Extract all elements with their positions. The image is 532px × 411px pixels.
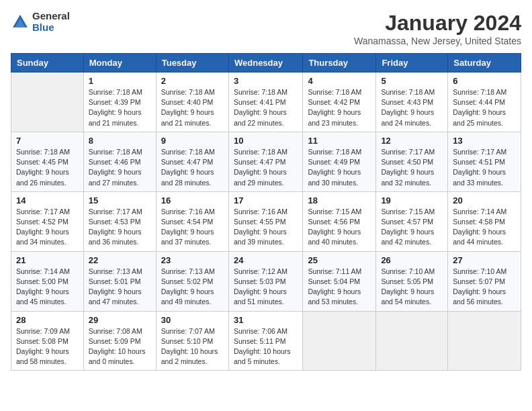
weekday-header-sunday: Sunday — [11, 54, 84, 73]
page-header: General Blue January 2024 Wanamassa, New… — [11, 11, 521, 46]
day-info: Sunrise: 7:18 AM Sunset: 4:46 PM Dayligh… — [89, 147, 151, 188]
calendar-cell: 27Sunrise: 7:10 AM Sunset: 5:07 PM Dayli… — [448, 251, 521, 311]
calendar-cell: 2Sunrise: 7:18 AM Sunset: 4:40 PM Daylig… — [156, 73, 228, 132]
calendar-cell: 6Sunrise: 7:18 AM Sunset: 4:44 PM Daylig… — [448, 73, 521, 132]
calendar-cell: 17Sunrise: 7:16 AM Sunset: 4:55 PM Dayli… — [228, 191, 302, 251]
day-info: Sunrise: 7:08 AM Sunset: 5:09 PM Dayligh… — [89, 326, 151, 367]
calendar-cell: 20Sunrise: 7:14 AM Sunset: 4:58 PM Dayli… — [448, 191, 521, 251]
weekday-header-friday: Friday — [376, 54, 448, 73]
calendar-cell: 11Sunrise: 7:18 AM Sunset: 4:49 PM Dayli… — [303, 132, 376, 191]
calendar-cell — [376, 311, 448, 371]
day-info: Sunrise: 7:06 AM Sunset: 5:11 PM Dayligh… — [234, 326, 298, 367]
day-number: 2 — [161, 76, 224, 86]
day-number: 3 — [234, 76, 298, 86]
day-info: Sunrise: 7:18 AM Sunset: 4:41 PM Dayligh… — [234, 87, 298, 128]
logo-text: General Blue — [32, 11, 70, 33]
day-info: Sunrise: 7:16 AM Sunset: 4:54 PM Dayligh… — [161, 207, 224, 248]
logo-blue-text: Blue — [32, 22, 70, 34]
title-block: January 2024 Wanamassa, New Jersey, Unit… — [354, 11, 521, 46]
day-number: 4 — [308, 76, 371, 86]
day-info: Sunrise: 7:12 AM Sunset: 5:03 PM Dayligh… — [234, 267, 298, 308]
day-info: Sunrise: 7:15 AM Sunset: 4:57 PM Dayligh… — [381, 207, 443, 248]
day-info: Sunrise: 7:14 AM Sunset: 4:58 PM Dayligh… — [453, 207, 516, 248]
day-number: 12 — [381, 136, 443, 146]
day-number: 6 — [453, 76, 516, 86]
calendar-cell: 14Sunrise: 7:17 AM Sunset: 4:52 PM Dayli… — [11, 191, 84, 251]
weekday-header-monday: Monday — [83, 54, 156, 73]
day-info: Sunrise: 7:15 AM Sunset: 4:56 PM Dayligh… — [308, 207, 371, 248]
day-info: Sunrise: 7:18 AM Sunset: 4:47 PM Dayligh… — [234, 147, 298, 188]
calendar-cell: 4Sunrise: 7:18 AM Sunset: 4:42 PM Daylig… — [303, 73, 376, 132]
day-number: 15 — [89, 195, 151, 205]
calendar-cell: 22Sunrise: 7:13 AM Sunset: 5:01 PM Dayli… — [83, 251, 156, 311]
calendar-cell: 9Sunrise: 7:18 AM Sunset: 4:47 PM Daylig… — [156, 132, 228, 191]
day-number: 9 — [161, 136, 224, 146]
weekday-header-saturday: Saturday — [448, 54, 521, 73]
day-info: Sunrise: 7:09 AM Sunset: 5:08 PM Dayligh… — [16, 326, 79, 367]
logo-icon — [11, 13, 30, 32]
day-info: Sunrise: 7:18 AM Sunset: 4:42 PM Dayligh… — [308, 87, 371, 128]
calendar-cell: 29Sunrise: 7:08 AM Sunset: 5:09 PM Dayli… — [83, 311, 156, 371]
logo-general-text: General — [32, 11, 70, 22]
day-number: 31 — [234, 315, 298, 325]
weekday-header-wednesday: Wednesday — [228, 54, 302, 73]
day-info: Sunrise: 7:18 AM Sunset: 4:47 PM Dayligh… — [161, 147, 224, 188]
day-number: 10 — [234, 136, 298, 146]
calendar-body: 1Sunrise: 7:18 AM Sunset: 4:39 PM Daylig… — [11, 73, 521, 371]
day-number: 30 — [161, 315, 224, 325]
day-info: Sunrise: 7:17 AM Sunset: 4:53 PM Dayligh… — [89, 207, 151, 248]
day-info: Sunrise: 7:17 AM Sunset: 4:52 PM Dayligh… — [16, 207, 79, 248]
calendar-cell — [448, 311, 521, 371]
day-number: 18 — [308, 195, 371, 205]
day-info: Sunrise: 7:14 AM Sunset: 5:00 PM Dayligh… — [16, 267, 79, 308]
day-info: Sunrise: 7:18 AM Sunset: 4:44 PM Dayligh… — [453, 87, 516, 128]
day-number: 27 — [453, 255, 516, 265]
day-info: Sunrise: 7:07 AM Sunset: 5:10 PM Dayligh… — [161, 326, 224, 367]
day-number: 28 — [16, 315, 79, 325]
day-info: Sunrise: 7:10 AM Sunset: 5:05 PM Dayligh… — [381, 267, 443, 308]
calendar-cell: 23Sunrise: 7:13 AM Sunset: 5:02 PM Dayli… — [156, 251, 228, 311]
calendar-cell: 28Sunrise: 7:09 AM Sunset: 5:08 PM Dayli… — [11, 311, 84, 371]
day-info: Sunrise: 7:18 AM Sunset: 4:43 PM Dayligh… — [381, 87, 443, 128]
calendar-cell — [303, 311, 376, 371]
day-number: 26 — [381, 255, 443, 265]
calendar-cell: 16Sunrise: 7:16 AM Sunset: 4:54 PM Dayli… — [156, 191, 228, 251]
calendar-cell: 21Sunrise: 7:14 AM Sunset: 5:00 PM Dayli… — [11, 251, 84, 311]
calendar-cell: 13Sunrise: 7:17 AM Sunset: 4:51 PM Dayli… — [448, 132, 521, 191]
calendar-cell: 15Sunrise: 7:17 AM Sunset: 4:53 PM Dayli… — [83, 191, 156, 251]
calendar-cell: 19Sunrise: 7:15 AM Sunset: 4:57 PM Dayli… — [376, 191, 448, 251]
day-number: 14 — [16, 195, 79, 205]
calendar-cell: 10Sunrise: 7:18 AM Sunset: 4:47 PM Dayli… — [228, 132, 302, 191]
logo: General Blue — [11, 11, 70, 33]
week-row-2: 7Sunrise: 7:18 AM Sunset: 4:45 PM Daylig… — [11, 132, 521, 191]
day-info: Sunrise: 7:10 AM Sunset: 5:07 PM Dayligh… — [453, 267, 516, 308]
calendar-cell: 25Sunrise: 7:11 AM Sunset: 5:04 PM Dayli… — [303, 251, 376, 311]
week-row-3: 14Sunrise: 7:17 AM Sunset: 4:52 PM Dayli… — [11, 191, 521, 251]
calendar-cell: 31Sunrise: 7:06 AM Sunset: 5:11 PM Dayli… — [228, 311, 302, 371]
day-number: 1 — [89, 76, 151, 86]
day-info: Sunrise: 7:17 AM Sunset: 4:50 PM Dayligh… — [381, 147, 443, 188]
calendar-cell: 3Sunrise: 7:18 AM Sunset: 4:41 PM Daylig… — [228, 73, 302, 132]
day-number: 24 — [234, 255, 298, 265]
day-number: 8 — [89, 136, 151, 146]
calendar-cell: 30Sunrise: 7:07 AM Sunset: 5:10 PM Dayli… — [156, 311, 228, 371]
day-number: 25 — [308, 255, 371, 265]
day-number: 21 — [16, 255, 79, 265]
calendar-cell: 18Sunrise: 7:15 AM Sunset: 4:56 PM Dayli… — [303, 191, 376, 251]
day-info: Sunrise: 7:13 AM Sunset: 5:02 PM Dayligh… — [161, 267, 224, 308]
day-number: 19 — [381, 195, 443, 205]
calendar-cell: 12Sunrise: 7:17 AM Sunset: 4:50 PM Dayli… — [376, 132, 448, 191]
weekday-header-tuesday: Tuesday — [156, 54, 228, 73]
month-title: January 2024 — [354, 11, 521, 36]
day-number: 11 — [308, 136, 371, 146]
day-info: Sunrise: 7:11 AM Sunset: 5:04 PM Dayligh… — [308, 267, 371, 308]
weekday-header-row: SundayMondayTuesdayWednesdayThursdayFrid… — [11, 54, 521, 73]
calendar-cell: 8Sunrise: 7:18 AM Sunset: 4:46 PM Daylig… — [83, 132, 156, 191]
day-info: Sunrise: 7:18 AM Sunset: 4:40 PM Dayligh… — [161, 87, 224, 128]
calendar-table: SundayMondayTuesdayWednesdayThursdayFrid… — [11, 53, 521, 371]
day-number: 20 — [453, 195, 516, 205]
day-number: 13 — [453, 136, 516, 146]
day-info: Sunrise: 7:16 AM Sunset: 4:55 PM Dayligh… — [234, 207, 298, 248]
day-number: 17 — [234, 195, 298, 205]
week-row-5: 28Sunrise: 7:09 AM Sunset: 5:08 PM Dayli… — [11, 311, 521, 371]
